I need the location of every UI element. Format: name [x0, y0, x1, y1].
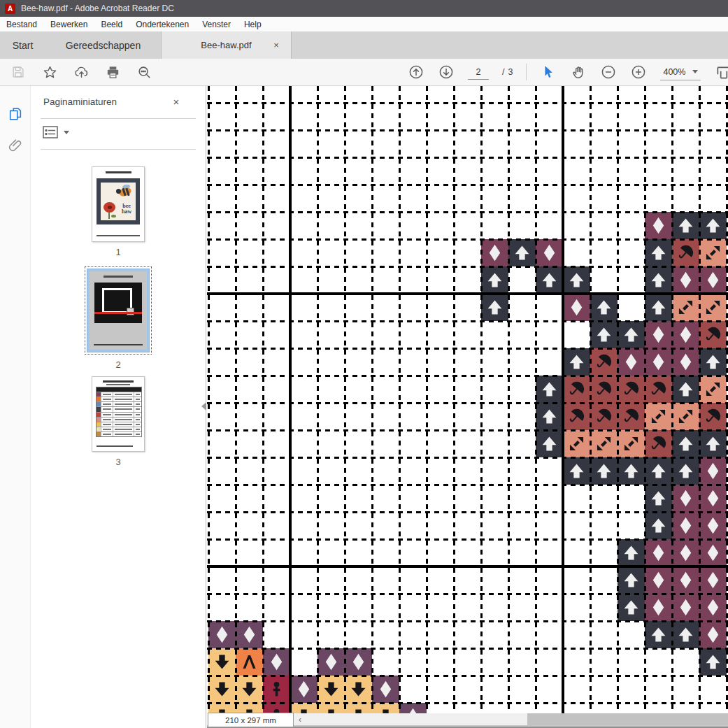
divider — [41, 149, 196, 150]
grid-line-horizontal — [207, 429, 728, 431]
thumbnail-text-line — [103, 380, 134, 383]
zoom-out-icon[interactable] — [600, 64, 617, 80]
pattern-cell-diag-arrow — [672, 403, 699, 430]
scroll-left-icon[interactable]: ‹ — [294, 713, 306, 725]
pattern-cell-arrow-up — [645, 457, 672, 485]
select-cursor-icon[interactable] — [540, 64, 557, 80]
grid-line-horizontal — [207, 320, 728, 322]
grid-line-horizontal — [207, 211, 728, 213]
close-document-icon[interactable]: × — [270, 38, 283, 51]
pattern-cell-diag-arrow — [699, 376, 727, 403]
pattern-cell-diag-arrow — [672, 294, 699, 321]
page-thumbnail-3[interactable]: 3 — [31, 376, 206, 467]
menu-item-help[interactable]: Help — [244, 20, 262, 29]
page-display-icon[interactable] — [715, 64, 728, 85]
page-thumbnail-2[interactable]: 2 — [31, 266, 206, 370]
pattern-cell-arrow-up — [481, 266, 508, 294]
page-number-input[interactable]: 2 — [468, 65, 489, 80]
zoom-in-icon[interactable] — [630, 64, 647, 80]
menu-bar: BestandBewerkenBeeldOndertekenenVensterH… — [0, 17, 728, 31]
thumbnail-text-line — [106, 171, 131, 173]
pattern-cell-arrow-up — [563, 457, 590, 485]
pattern-cell-arrow-up — [618, 566, 645, 594]
hand-tool-icon[interactable] — [570, 64, 587, 80]
pattern-cell-umbrella — [645, 376, 672, 403]
pattern-cell-diamond — [317, 648, 345, 676]
thumbnails-panel: Paginaminiaturen × — [31, 86, 206, 728]
artwork-caption: bee haw — [120, 204, 134, 215]
grid-major-line-horizontal — [207, 292, 728, 295]
menu-item-venster[interactable]: Venster — [202, 20, 231, 29]
page-size-tooltip: 210 x 297 mm — [208, 713, 294, 727]
menu-item-bewerken[interactable]: Bewerken — [50, 20, 87, 29]
tab-start[interactable]: Start — [0, 31, 45, 59]
pattern-cell-diamond — [672, 485, 699, 512]
selected-thumbnail-outline — [85, 266, 152, 355]
zoom-level-dropdown[interactable]: 400% — [660, 64, 701, 80]
pattern-cell-arrow-down — [236, 676, 263, 703]
save-icon[interactable] — [10, 64, 27, 80]
pattern-cell-arrow-up — [672, 621, 699, 648]
pattern-cell-umbrella — [699, 403, 727, 430]
grid-line-vertical — [617, 86, 619, 713]
pattern-cell-arrow-up — [645, 621, 672, 648]
grid-line-horizontal — [207, 593, 728, 595]
pattern-cell-umbrella — [618, 403, 645, 430]
grid-line-vertical — [535, 86, 537, 713]
grid-line-horizontal — [207, 266, 728, 268]
pattern-cell-arrow-up — [536, 403, 563, 430]
pattern-cell-arrow-up — [645, 266, 672, 294]
grid-line-horizontal — [207, 129, 728, 131]
pattern-cell-diamond — [645, 321, 672, 348]
scrollbar-thumb[interactable] — [527, 713, 728, 725]
attachments-icon[interactable] — [8, 137, 23, 152]
search-icon[interactable] — [136, 64, 152, 80]
thumbnail-text-line — [97, 235, 140, 236]
grid-line-horizontal — [207, 620, 728, 622]
grid-line-horizontal — [207, 648, 728, 650]
menu-item-bestand[interactable]: Bestand — [6, 20, 37, 29]
pattern-cell-arrow-up — [618, 457, 645, 485]
pattern-cell-person — [263, 676, 290, 703]
pattern-cell-umbrella — [645, 430, 672, 457]
previous-page-icon[interactable] — [408, 64, 424, 80]
pattern-cell-diamond — [672, 594, 699, 621]
pattern-cell-arrow-up — [536, 376, 563, 403]
zoom-level-value: 400% — [663, 67, 685, 77]
cloud-upload-icon[interactable] — [73, 64, 90, 80]
collapse-panel-icon[interactable] — [201, 402, 206, 411]
pattern-cell-umbrella — [618, 376, 645, 403]
tab-document[interactable]: Bee-haw.pdf × — [161, 31, 292, 59]
page-thumbnail-1[interactable]: bee haw 1 — [31, 166, 206, 257]
pattern-cell-diag-arrow — [699, 294, 727, 321]
star-icon[interactable] — [41, 64, 58, 80]
pattern-cell-diamond — [699, 566, 727, 594]
tab-tools[interactable]: Gereedschappen — [45, 31, 161, 59]
thumbnail-options-button[interactable] — [42, 125, 69, 139]
grid-major-line-horizontal — [207, 565, 728, 568]
grid-line-vertical — [371, 86, 373, 713]
pattern-cell-arrow-down — [208, 676, 236, 703]
grid-line-vertical — [262, 86, 264, 713]
pattern-cell-diag-arrow — [618, 430, 645, 457]
pattern-cell-diamond — [672, 321, 699, 348]
menu-item-ondertekenen[interactable]: Ondertekenen — [136, 20, 189, 29]
color-key-row — [97, 397, 141, 401]
pattern-canvas[interactable] — [207, 86, 728, 713]
grid-line-vertical — [671, 86, 673, 713]
color-key-row — [97, 422, 141, 427]
page-thumbnails-icon[interactable] — [8, 106, 23, 122]
menu-item-beeld[interactable]: Beeld — [101, 20, 122, 29]
chevron-down-icon — [64, 131, 69, 134]
print-icon[interactable] — [104, 64, 121, 80]
grid-line-vertical — [317, 86, 319, 713]
grid-line-horizontal — [207, 184, 728, 186]
close-panel-icon[interactable]: × — [169, 94, 183, 108]
pattern-cell-diamond — [263, 648, 290, 676]
grid-line-horizontal — [207, 375, 728, 377]
pattern-cell-arrow-down — [208, 648, 236, 676]
pattern-cell-arrow-up — [645, 239, 672, 266]
next-page-icon[interactable] — [438, 64, 455, 80]
grid-line-vertical — [235, 86, 237, 713]
pattern-cell-diamond — [563, 294, 590, 321]
